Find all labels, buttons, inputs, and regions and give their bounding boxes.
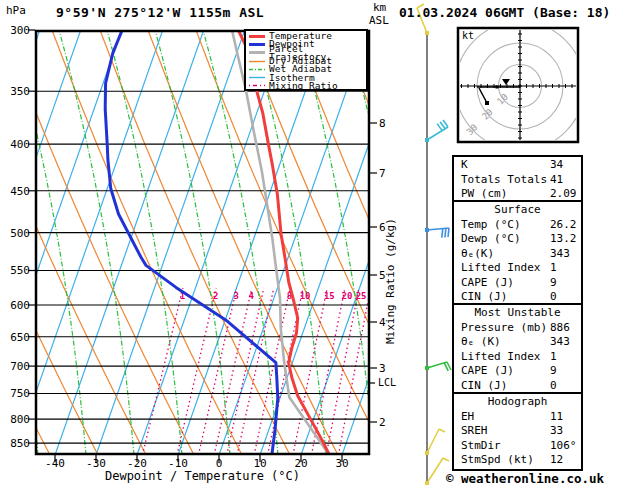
table-section-title: Most Unstable [454, 306, 581, 321]
stat-value: 13.2 [550, 232, 577, 245]
table-row: SREH33 [454, 424, 581, 439]
wet-adiabat-line [299, 30, 374, 455]
isotherm-line [137, 30, 286, 455]
km-tick-label: 6 [379, 221, 399, 234]
pressure-tick-label: 800 [2, 413, 30, 426]
mixing-ratio-value-label: 20 [342, 291, 353, 301]
pressure-tick-label: 350 [2, 85, 30, 98]
pressure-tick-label: 650 [2, 331, 30, 344]
wind-barb-feather [442, 229, 443, 238]
hodograph-unit-label: kt [462, 30, 474, 41]
temperature-tick-label: -30 [76, 457, 116, 470]
temperature-tick-label: 30 [322, 457, 362, 470]
stat-label: StmSpd (kt) [461, 453, 534, 466]
isotherm-line [178, 30, 327, 455]
legend-line-sample [249, 82, 265, 89]
km-tick-label: 3 [379, 362, 399, 375]
pressure-tick-label: 750 [2, 387, 30, 400]
km-tick-label: 7 [379, 167, 399, 180]
pressure-tick-label: 400 [2, 138, 30, 151]
mixing-ratio-value-label: 4 [249, 291, 255, 301]
table-row: Lifted Index1 [454, 261, 581, 276]
pressure-axis-unit: hPa [6, 4, 26, 17]
skewt-sounding-page: 1234810152025102030 9°59'N 275°12'W 1155… [0, 0, 629, 486]
stat-value: 0 [550, 379, 557, 392]
legend-line-sample [249, 58, 265, 65]
stat-label: CAPE (J) [461, 276, 514, 289]
isotherm-line [96, 30, 245, 455]
stat-value: 34 [550, 158, 563, 171]
x-axis-title: Dewpoint / Temperature (°C) [35, 469, 370, 483]
stat-value: 11 [550, 410, 563, 423]
mixing-ratio-line [326, 288, 359, 455]
table-row: CAPE (J)9 [454, 364, 581, 379]
surface-table: SurfaceTemp (°C)26.2Dewp (°C)13.2θₑ(K)34… [452, 200, 583, 308]
stat-label: CIN (J) [461, 379, 507, 392]
temperature-tick-label: 10 [240, 457, 280, 470]
wind-barb-staff [427, 429, 439, 453]
table-row: Lifted Index1 [454, 350, 581, 365]
isotherm-line [219, 30, 368, 455]
table-row: θₑ (K)343 [454, 335, 581, 350]
pressure-tick-label: 700 [2, 360, 30, 373]
wet-adiabat-line [203, 30, 278, 455]
table-section-title: Hodograph [454, 395, 581, 410]
table-section-title: Surface [454, 203, 581, 218]
stat-label: SREH [461, 424, 488, 437]
km-tick-label: 5 [379, 269, 399, 282]
dry-adiabat-line [148, 30, 338, 455]
temperature-tick-label: -20 [117, 457, 157, 470]
legend-line-sample [249, 49, 265, 56]
wind-barb-staff [427, 458, 443, 483]
stat-value: 2.09 [550, 187, 577, 200]
wet-adiabat-line [59, 30, 134, 455]
stat-value: 886 [550, 321, 570, 334]
legend-line-sample [249, 74, 265, 81]
mixing-ratio-value-label: 15 [324, 291, 335, 301]
table-row: Dewp (°C)13.2 [454, 232, 581, 247]
stat-value: 33 [550, 424, 563, 437]
stat-value: 12 [550, 453, 563, 466]
hodograph-end-marker [485, 101, 489, 105]
table-row: Totals Totals41 [454, 173, 581, 188]
isotherm-line [55, 30, 204, 455]
stat-label: Lifted Index [461, 350, 540, 363]
lcl-marker-label: LCL [378, 377, 396, 388]
stat-label: PW (cm) [461, 187, 507, 200]
temperature-tick-label: 20 [281, 457, 321, 470]
pressure-tick-label: 850 [2, 437, 30, 450]
stat-label: Totals Totals [461, 173, 547, 186]
mixing-ratio-line [227, 288, 264, 455]
pressure-tick-label: 300 [2, 24, 30, 37]
legend-line-sample [249, 66, 265, 73]
table-row: EH11 [454, 410, 581, 425]
table-row: CAPE (J)9 [454, 276, 581, 291]
mixing-ratio-value-label: 2 [213, 291, 218, 301]
most-unstable-table: Most UnstablePressure (mb)886θₑ (K)343Li… [452, 303, 583, 396]
wind-barb-feather [448, 228, 449, 237]
stat-value: 343 [550, 247, 570, 260]
legend-box: TemperatureDewpointParcel TrajectoryDry … [244, 29, 368, 91]
stat-value: 343 [550, 335, 570, 348]
km-tick-label: 4 [379, 316, 399, 329]
mixing-ratio-value-label: 10 [300, 291, 311, 301]
mixing-ratio-line [142, 288, 183, 455]
stat-label: Lifted Index [461, 261, 540, 274]
wind-barb-feather [445, 228, 446, 237]
table-row: StmSpd (kt)12 [454, 453, 581, 468]
station-title: 9°59'N 275°12'W 1155m ASL [56, 5, 264, 20]
background-line-families [0, 30, 530, 455]
stat-value: 41 [550, 173, 563, 186]
stat-value: 1 [550, 261, 557, 274]
table-row: K34 [454, 158, 581, 173]
legend-line-sample [249, 41, 265, 48]
legend-line-sample [249, 33, 265, 40]
stat-value: 1 [550, 350, 557, 363]
dry-adiabat-line [196, 30, 386, 455]
hodograph-point-marker [496, 86, 499, 89]
stat-label: EH [461, 410, 474, 423]
pressure-tick-label: 600 [2, 299, 30, 312]
stat-value: 106° [550, 439, 577, 452]
table-row: Temp (°C)26.2 [454, 218, 581, 233]
altitude-axis-unit-asl: ASL [369, 14, 389, 27]
